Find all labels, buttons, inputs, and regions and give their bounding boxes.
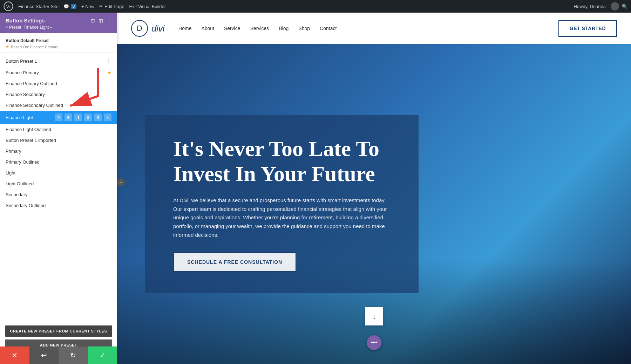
preset-item-label: Button Preset 1 [6,59,106,64]
preset-item-label: Light [6,170,111,176]
new-item[interactable]: + New [81,4,94,9]
site-logo: D divi [131,20,164,37]
menu-item-home[interactable]: Home [178,26,191,31]
chevron-down-icon: ▾ [50,26,52,29]
preset-item-button-preset-1[interactable]: Button Preset 1 ⋮ [0,55,117,67]
layout-icon[interactable]: ▥ [99,18,103,23]
preset-item-primary[interactable]: Primary [0,146,117,157]
preset-item-label: Primary [6,149,111,154]
preset-dots-menu[interactable]: ⋮ [106,58,111,64]
website-preview: D divi Home About Service Services Blog … [117,13,631,364]
edit-icon[interactable]: ✎ [55,114,62,121]
preset-item-finance-primary[interactable]: Finance Primary ★ [0,67,117,78]
hero-section: It's Never Too Late To Invest In Your Fu… [117,44,631,364]
trash-icon[interactable]: 🗑 [94,114,102,121]
nav-cta-button[interactable]: GET STARTED [558,20,617,37]
preset-label[interactable]: Preset: Finance Light ▾ [6,25,111,30]
site-menu: Home About Service Services Blog Shop Co… [178,26,558,31]
preset-item-label: Secondary Outlined [6,203,111,208]
admin-bar: W Finance Starter Site 💬 0 + New ✏ Edit … [0,0,631,13]
preset-item-primary-outlined[interactable]: Primary Outlined [0,157,117,167]
presets-list: Button Preset 1 ⋮ Finance Primary ★ Fina… [0,53,117,321]
preset-item-label: Finance Primary Outlined [6,81,111,86]
admin-bar-left: W Finance Starter Site 💬 0 + New ✏ Edit … [4,1,568,11]
panel-title: Button Settings [6,18,45,23]
panel-header: Button Settings ⊡ ▥ ⋮ Preset: Finance Li… [0,13,117,33]
menu-item-shop[interactable]: Shop [298,26,310,31]
svg-text:W: W [6,4,11,9]
admin-bar-right: Howdy, Deanna 🔍 [574,2,627,11]
logo-circle: D [131,20,148,37]
preset-item-light[interactable]: Light [0,167,117,178]
star-active-icon[interactable]: ★ [104,114,111,121]
copy-icon[interactable]: ⧉ [84,114,92,121]
preset-item-label: Finance Light [6,115,55,120]
preset-item-button-preset-1-imported[interactable]: Button Preset 1 imported [0,135,117,146]
hero-cta-button[interactable]: SCHEDULE A FREE CONSULTATION [173,252,296,272]
upload-icon[interactable]: ⬆ [74,114,82,121]
panel-header-icons: ⊡ ▥ ⋮ [91,18,111,23]
default-preset-based-on: Based On: Finance Primary [11,45,58,49]
resize-icon: ↔ [119,180,123,185]
checkmark-icon: ✓ [100,351,106,359]
default-preset-sub: ★ Based On: Finance Primary [6,44,111,49]
undo-icon: ↩ [41,351,47,359]
bottom-toolbar: ✕ ↩ ↻ ✓ [0,346,117,364]
float-menu-dots[interactable]: ••• [367,335,381,350]
preset-item-label: Button Preset 1 imported [6,138,111,143]
arrow-down-icon: ↓ [372,313,376,321]
logo-letter: D [137,24,142,33]
more-icon[interactable]: ⋮ [107,18,111,23]
user-avatar [611,2,619,11]
hero-content: It's Never Too Late To Invest In Your Fu… [145,115,419,293]
default-preset-section: Button Default Preset ★ Based On: Financ… [0,33,117,53]
hero-title: It's Never Too Late To Invest In Your Fu… [173,136,391,186]
sidebar-panel: Button Settings ⊡ ▥ ⋮ Preset: Finance Li… [0,13,117,364]
menu-item-contact[interactable]: Contact [320,26,337,31]
preset-item-finance-secondary[interactable]: Finance Secondary [0,89,117,100]
star-icon: ★ [107,70,111,75]
wp-logo[interactable]: W [4,1,13,11]
preset-dot [6,26,8,28]
preset-item-secondary-outlined[interactable]: Secondary Outlined [0,200,117,211]
preset-item-finance-secondary-outlined[interactable]: Finance Secondary Outlined [0,100,117,111]
menu-item-about[interactable]: About [201,26,214,31]
comment-count[interactable]: 💬 0 [63,4,76,9]
dots-icon: ••• [371,339,378,346]
edit-page[interactable]: ✏ Edit Page [99,4,124,9]
logo-text: divi [151,23,164,34]
exit-builder[interactable]: Exit Visual Builder [129,4,166,9]
preset-item-label: Finance Secondary Outlined [6,103,111,108]
preset-item-finance-light-outlined[interactable]: Finance Light Outlined [0,124,117,135]
redo-button[interactable]: ↻ [59,346,88,364]
default-preset-title: Button Default Preset [6,38,111,43]
howdy-text: Howdy, Deanna [574,4,606,9]
preset-item-light-outlined[interactable]: Light Outlined [0,178,117,189]
star-icon: ★ [6,44,9,49]
preset-item-finance-light[interactable]: Finance Light ✎ ⚙ ⬆ ⧉ 🗑 ★ [0,111,117,124]
menu-item-service[interactable]: Service [224,26,240,31]
resize-handle[interactable]: ↔ [117,178,125,186]
fullscreen-icon[interactable]: ⊡ [91,18,95,23]
preset-actions: ✎ ⚙ ⬆ ⧉ 🗑 ★ [55,114,111,121]
scroll-down-button[interactable]: ↓ [365,307,383,325]
menu-item-blog[interactable]: Blog [279,26,289,31]
preset-item-label: Secondary [6,192,111,197]
close-button[interactable]: ✕ [0,346,29,364]
search-icon[interactable]: 🔍 [622,4,627,9]
undo-button[interactable]: ↩ [29,346,59,364]
redo-icon: ↻ [70,351,76,359]
preset-item-finance-primary-outlined[interactable]: Finance Primary Outlined [0,78,117,89]
close-icon: ✕ [12,351,18,359]
preset-item-label: Primary Outlined [6,159,111,165]
main-layout: Button Settings ⊡ ▥ ⋮ Preset: Finance Li… [0,13,631,364]
menu-item-services[interactable]: Services [250,26,269,31]
site-name[interactable]: Finance Starter Site [18,4,59,9]
preset-item-label: Finance Light Outlined [6,127,111,132]
preset-item-secondary[interactable]: Secondary [0,189,117,200]
settings-icon[interactable]: ⚙ [65,114,72,121]
site-nav: D divi Home About Service Services Blog … [117,13,631,44]
create-preset-button[interactable]: CREATE NEW PRESET FROM CURRENT STYLES [5,325,112,337]
preset-label-text: Preset: Finance Light [9,25,49,30]
save-button[interactable]: ✓ [88,346,117,364]
